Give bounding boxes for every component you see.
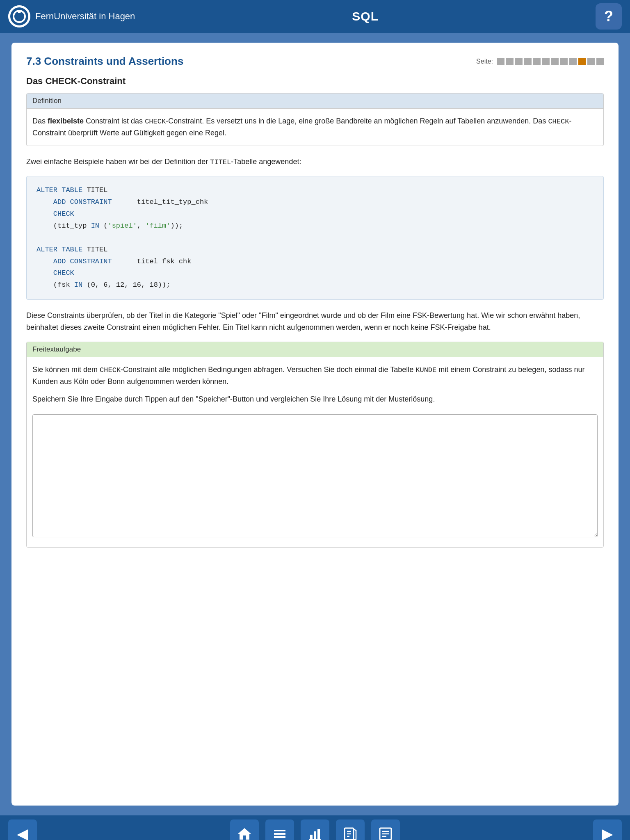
- definition-body: Das flexibelste Constraint ist das CHECK…: [27, 109, 603, 146]
- svg-rect-10: [317, 829, 320, 840]
- check-code-1: CHECK: [145, 118, 166, 126]
- page-dot-5: [533, 58, 541, 65]
- next-button[interactable]: ▶: [593, 819, 622, 840]
- answer-textarea[interactable]: [32, 414, 598, 537]
- freitext-p2: Speichern Sie Ihre Eingabe durch Tippen …: [32, 393, 598, 405]
- page-dot-11: [587, 58, 595, 65]
- page-dot-7: [551, 58, 559, 65]
- app-header: FernUniversität in Hagen SQL ?: [0, 0, 630, 33]
- svg-rect-9: [314, 831, 316, 840]
- page-card: 7.3 Constraints und Assertions Seite: Da…: [11, 43, 619, 806]
- freitext-body: Sie können mit dem CHECK-Constraint alle…: [27, 357, 603, 548]
- freitext-header: Freitextaufgabe: [27, 342, 603, 357]
- page-header: 7.3 Constraints und Assertions Seite:: [26, 55, 604, 68]
- app-footer: ◀: [0, 815, 630, 840]
- page-dot-9: [569, 58, 577, 65]
- definition-bold: flexibelste: [48, 117, 84, 125]
- definition-header: Definition: [27, 94, 603, 109]
- code-block: ALTER TABLE TITEL ADD CONSTRAINT titel_t…: [26, 176, 604, 300]
- svg-rect-7: [274, 836, 285, 838]
- uni-name-text: FernUniversität in Hagen: [35, 11, 135, 22]
- book-button[interactable]: [336, 819, 365, 840]
- book-icon: [343, 826, 358, 840]
- titel-code: TITEL: [210, 158, 231, 166]
- help-button[interactable]: ?: [596, 3, 622, 30]
- app-title: SQL: [352, 9, 379, 23]
- definition-box: Definition Das flexibelste Constraint is…: [26, 93, 604, 146]
- freitext-kunde-code: KUNDE: [415, 366, 436, 374]
- page-indicator: Seite:: [476, 58, 604, 65]
- footer-icons: [230, 819, 400, 840]
- logo-circle: [8, 5, 30, 27]
- page-dot-8: [560, 58, 568, 65]
- notes-button[interactable]: [371, 819, 400, 840]
- page-dot-2: [506, 58, 514, 65]
- prev-button[interactable]: ◀: [8, 819, 37, 840]
- list-icon: [272, 826, 287, 840]
- intro-paragraph: Zwei einfache Beispiele haben wir bei de…: [26, 156, 604, 168]
- home-icon: [237, 826, 252, 840]
- home-button[interactable]: [230, 819, 259, 840]
- freitext-p1: Sie können mit dem CHECK-Constraint alle…: [32, 364, 598, 388]
- university-logo: FernUniversität in Hagen: [8, 5, 135, 27]
- content-heading: Das CHECK-Constraint: [26, 76, 604, 87]
- page-dot-10: [578, 58, 586, 65]
- svg-marker-4: [238, 828, 251, 840]
- page-dot-4: [524, 58, 532, 65]
- svg-rect-6: [274, 833, 285, 835]
- page-label: Seite:: [476, 58, 493, 65]
- freitext-check-code: CHECK: [100, 366, 121, 374]
- check-code-2: CHECK: [548, 118, 569, 126]
- list-button[interactable]: [265, 819, 294, 840]
- tools-icon: [308, 826, 322, 840]
- tools-button[interactable]: [301, 819, 329, 840]
- page-dot-12: [596, 58, 604, 65]
- svg-point-3: [18, 10, 21, 13]
- freitext-box: Freitextaufgabe Sie können mit dem CHECK…: [26, 342, 604, 548]
- notes-icon: [378, 826, 393, 840]
- content-wrapper: 7.3 Constraints und Assertions Seite: Da…: [0, 33, 630, 815]
- page-dot-3: [515, 58, 523, 65]
- section-title: 7.3 Constraints und Assertions: [26, 55, 183, 68]
- page-dot-6: [542, 58, 550, 65]
- page-dot-1: [497, 58, 504, 65]
- description-paragraph: Diese Constraints überprüfen, ob der Tit…: [26, 310, 604, 333]
- svg-rect-5: [274, 830, 285, 831]
